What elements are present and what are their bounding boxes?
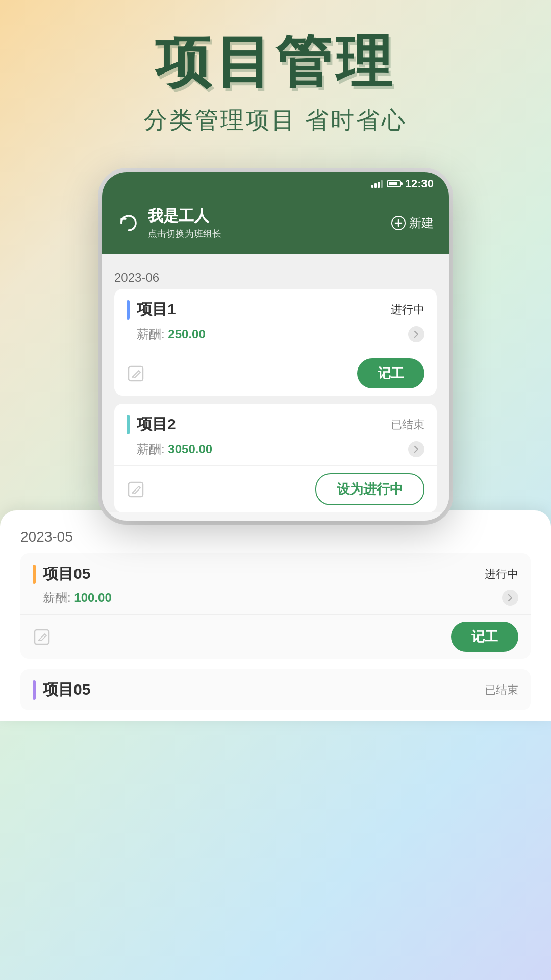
bottom-card-name-area-1: 项目05: [33, 564, 90, 584]
salary-label-2: 薪酬:: [137, 442, 168, 456]
month-label-june: 2023-06: [114, 264, 437, 289]
header-username: 我是工人: [148, 206, 221, 227]
bottom-project-detail-arrow-1[interactable]: [502, 590, 518, 606]
bottom-card-top-1: 项目05 进行中: [20, 553, 531, 590]
card-top-1: 项目1 进行中: [114, 289, 437, 326]
top-section: 项目管理 分类管理项目 省时省心: [0, 0, 551, 157]
status-badge-2: 已结束: [391, 417, 424, 432]
salary-info-2: 薪酬: 3050.00: [137, 441, 212, 457]
status-bar: 12:30: [102, 172, 449, 195]
project-name-2: 项目2: [137, 414, 176, 435]
content-area: 2023-06 项目1 进行中 薪酬: 250.00: [102, 254, 449, 512]
bottom-status-badge-1: 进行中: [485, 567, 518, 582]
bottom-card-salary-1: 薪酬: 100.00: [20, 590, 531, 614]
card-salary-1: 薪酬: 250.00: [114, 326, 437, 351]
card-top-2: 项目2 已结束: [114, 404, 437, 441]
page-title: 项目管理: [20, 31, 531, 92]
status-icons: 12:30: [371, 177, 434, 190]
bottom-card-name-area-2: 项目05: [33, 679, 90, 700]
card-name-area-1: 项目1: [127, 299, 176, 320]
page-subtitle: 分类管理项目 省时省心: [20, 105, 531, 136]
edit-icon-1[interactable]: [127, 364, 145, 383]
new-button-label: 新建: [409, 215, 434, 231]
set-active-button-2[interactable]: 设为进行中: [315, 473, 424, 505]
bottom-color-indicator-1: [33, 565, 36, 584]
edit-icon-2[interactable]: [127, 480, 145, 499]
phone-frame: 12:30 我是工人 点击切换为班组长: [102, 172, 449, 521]
bottom-project-card-2-preview: 项目05 已结束: [20, 669, 531, 710]
project-detail-arrow-2[interactable]: [408, 441, 424, 457]
project-card-2: 项目2 已结束 薪酬: 3050.00: [114, 404, 437, 512]
plus-circle-icon: [391, 215, 406, 231]
battery-icon: [387, 180, 401, 187]
salary-label-1: 薪酬:: [137, 327, 168, 341]
bottom-salary-label-1: 薪酬:: [43, 591, 74, 604]
bottom-edit-icon-1[interactable]: [33, 628, 51, 646]
bottom-color-indicator-2: [33, 680, 36, 700]
bottom-salary-amount-1: 100.00: [74, 591, 111, 604]
bottom-salary-info-1: 薪酬: 100.00: [43, 590, 112, 606]
phone-wrapper: 12:30 我是工人 点击切换为班组长: [0, 157, 551, 521]
bottom-record-button-1[interactable]: 记工: [451, 622, 518, 652]
salary-amount-1: 250.00: [168, 327, 205, 341]
record-work-button-1[interactable]: 记工: [357, 358, 424, 388]
status-time: 12:30: [405, 177, 434, 190]
card-actions-2: 设为进行中: [114, 465, 437, 512]
color-indicator-2: [127, 415, 130, 434]
bottom-project-name-1: 项目05: [43, 564, 90, 584]
card-salary-2: 薪酬: 3050.00: [114, 441, 437, 465]
bottom-status-badge-2: 已结束: [485, 682, 518, 698]
card-actions-1: 记工: [114, 351, 437, 396]
bottom-card-actions-1: 记工: [20, 614, 531, 659]
color-indicator-1: [127, 300, 130, 320]
project-name-1: 项目1: [137, 299, 176, 320]
app-header: 我是工人 点击切换为班组长 新建: [102, 195, 449, 254]
bottom-project-card-1: 项目05 进行中 薪酬: 100.00 记工: [20, 553, 531, 659]
project-detail-arrow-1[interactable]: [408, 326, 424, 342]
bottom-month-label: 2023-05: [20, 525, 531, 553]
refresh-icon[interactable]: [117, 212, 140, 234]
header-user-info: 我是工人 点击切换为班组长: [148, 206, 221, 240]
header-left: 我是工人 点击切换为班组长: [117, 206, 221, 240]
new-project-button[interactable]: 新建: [391, 215, 434, 231]
project-card-1: 项目1 进行中 薪酬: 250.00: [114, 289, 437, 396]
bottom-project-name-2: 项目05: [43, 679, 90, 700]
signal-icon: [371, 180, 383, 188]
salary-amount-2: 3050.00: [168, 442, 212, 456]
header-switch-hint: 点击切换为班组长: [148, 228, 221, 240]
card-name-area-2: 项目2: [127, 414, 176, 435]
status-badge-1: 进行中: [391, 302, 424, 317]
bottom-section: 2023-05 项目05 进行中 薪酬: 100.00 记工: [0, 510, 551, 721]
salary-info-1: 薪酬: 250.00: [137, 326, 206, 342]
month-group-june: 2023-06 项目1 进行中 薪酬: 250.00: [102, 254, 449, 512]
